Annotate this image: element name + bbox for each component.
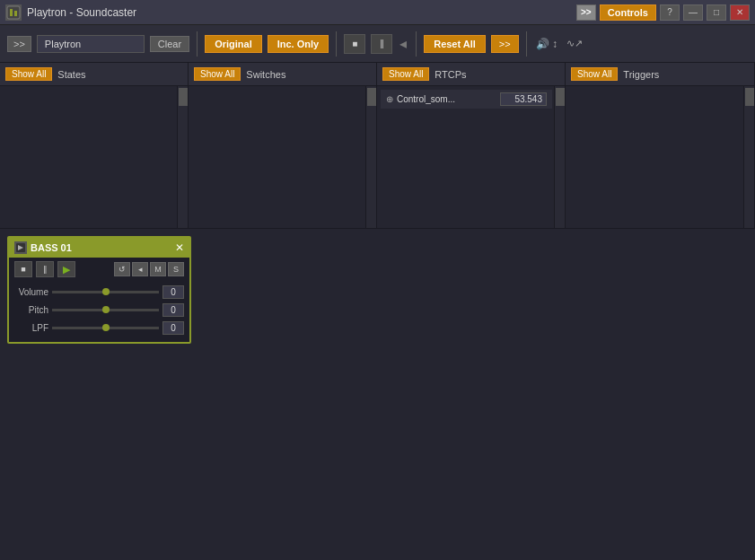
workspace: BASS 01 ✕ ■ ‖ ▶ ↺ ◂ M S Volume (0, 229, 755, 560)
stop-btn[interactable]: ■ (344, 34, 365, 54)
inc-only-btn[interactable]: Inc. Only (268, 35, 329, 53)
svg-rect-1 (10, 9, 13, 16)
states-panel: Show All States (0, 63, 189, 228)
help-btn[interactable]: ? (660, 4, 680, 21)
toolbar: >> Clear Original Inc. Only ■ ‖ ◂ Reset … (0, 25, 755, 63)
sound-card-params: Volume Pitch LPF (9, 281, 189, 342)
param-row-pitch: Pitch (14, 301, 184, 319)
param-volume-track[interactable] (52, 291, 159, 293)
switches-scrollbar[interactable] (365, 86, 376, 228)
param-volume-value[interactable] (162, 285, 184, 299)
speaker-icon: 🔊 ↕ (534, 36, 559, 52)
original-btn[interactable]: Original (205, 35, 262, 53)
close-btn[interactable]: ✕ (730, 4, 750, 21)
sc-arrow-btn[interactable]: ◂ (132, 262, 148, 276)
rtpcs-panel: Show All RTCPs ⊕ Control_som... (377, 63, 566, 228)
switches-panel-body (189, 86, 376, 228)
sc-play-btn[interactable]: ▶ (57, 261, 75, 277)
wave-icon: ∿↗ (565, 36, 584, 51)
states-show-all-btn[interactable]: Show All (5, 67, 52, 81)
reset-all-btn[interactable]: Reset All (424, 35, 486, 53)
rtpc-icon: ⊕ (386, 94, 393, 104)
triggers-panel-body (566, 86, 754, 228)
triggers-panel-header: Show All Triggers (566, 63, 754, 86)
expand-title-btn[interactable]: >> (576, 4, 596, 21)
triggers-label: Triggers (623, 69, 659, 80)
sc-extra-btns: ↺ ◂ M S (114, 262, 184, 276)
switches-show-all-btn[interactable]: Show All (194, 67, 241, 81)
param-pitch-label: Pitch (14, 305, 48, 315)
sound-card-type-icon (14, 241, 27, 254)
param-pitch-dot (102, 306, 110, 313)
sc-stop-btn[interactable]: ■ (14, 261, 32, 277)
switches-scrollbar-thumb[interactable] (367, 88, 376, 106)
rtpc-name: Control_som... (397, 94, 496, 104)
sound-card-close-btn[interactable]: ✕ (175, 242, 184, 253)
main-content: Show All States Show All Switches (0, 63, 755, 560)
param-lpf-value[interactable] (162, 321, 184, 335)
svg-rect-0 (7, 6, 20, 19)
sc-m-btn[interactable]: M (150, 262, 166, 276)
forward-btn[interactable]: >> (491, 35, 519, 53)
pause-btn[interactable]: ‖ (371, 34, 392, 54)
rtpcs-label: RTCPs (435, 69, 466, 80)
param-pitch-value[interactable] (162, 303, 184, 317)
switches-label: Switches (246, 69, 285, 80)
svg-rect-2 (14, 11, 17, 16)
maximize-btn[interactable]: □ (707, 4, 726, 21)
app-icon (5, 4, 22, 21)
toolbar-expand-btn[interactable]: >> (7, 36, 31, 52)
param-row-volume: Volume (14, 283, 184, 301)
sep-1 (197, 31, 198, 57)
sep-3 (416, 31, 417, 57)
sound-card-bass01: BASS 01 ✕ ■ ‖ ▶ ↺ ◂ M S Volume (7, 236, 191, 344)
param-volume-dot (102, 288, 110, 295)
rtpc-entry: ⊕ Control_som... (381, 90, 552, 109)
minimize-btn[interactable]: — (683, 4, 703, 21)
panels-row: Show All States Show All Switches (0, 63, 755, 229)
triggers-scrollbar[interactable] (743, 86, 754, 228)
param-pitch-track[interactable] (52, 309, 159, 311)
switches-panel-header: Show All Switches (189, 63, 376, 86)
param-lpf-track[interactable] (52, 327, 159, 329)
states-label: States (57, 69, 85, 80)
triggers-panel: Show All Triggers (566, 63, 755, 228)
sc-s-btn[interactable]: S (168, 262, 184, 276)
sc-loop-btn[interactable]: ↺ (114, 262, 130, 276)
controls-btn[interactable]: Controls (600, 4, 656, 21)
rtpc-value-input[interactable] (500, 92, 547, 106)
sep-2 (336, 31, 337, 57)
param-volume-label: Volume (14, 287, 48, 297)
vol-icon: ◂ (398, 35, 408, 52)
sound-card-controls: ■ ‖ ▶ ↺ ◂ M S (9, 258, 189, 281)
param-lpf-label: LPF (14, 323, 48, 333)
rtpcs-panel-header: Show All RTCPs (377, 63, 565, 86)
param-row-lpf: LPF (14, 319, 184, 337)
rtpcs-scrollbar-thumb[interactable] (556, 88, 565, 106)
sound-card-header: BASS 01 ✕ (9, 238, 189, 258)
title-bar-buttons: >> Controls ? — □ ✕ (576, 4, 750, 21)
rtpcs-panel-body: ⊕ Control_som... (377, 86, 565, 228)
param-lpf-dot (102, 324, 110, 331)
rtpcs-show-all-btn[interactable]: Show All (382, 67, 429, 81)
states-scrollbar[interactable] (177, 86, 188, 228)
sc-pause-btn[interactable]: ‖ (36, 261, 54, 277)
states-panel-body (0, 86, 188, 228)
clear-btn[interactable]: Clear (150, 36, 189, 52)
rtpcs-scrollbar[interactable] (554, 86, 565, 228)
sound-card-title: BASS 01 (31, 242, 171, 253)
sep-4 (526, 31, 527, 57)
triggers-scrollbar-thumb[interactable] (745, 88, 754, 106)
triggers-show-all-btn[interactable]: Show All (571, 67, 618, 81)
playtron-name-input[interactable] (37, 35, 145, 53)
states-panel-header: Show All States (0, 63, 188, 86)
states-scrollbar-thumb[interactable] (179, 88, 188, 106)
title-bar: Playtron - Soundcaster >> Controls ? — □… (0, 0, 755, 25)
switches-panel: Show All Switches (189, 63, 377, 228)
app-title: Playtron - Soundcaster (27, 6, 576, 19)
